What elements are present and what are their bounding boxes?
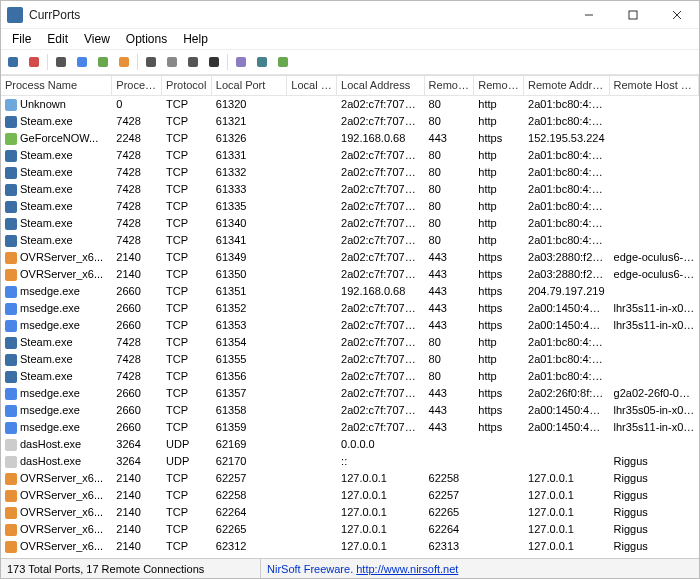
cell-rport: 443 [425, 402, 475, 419]
cell-name: OVRServer_x6... [1, 249, 112, 266]
cell-lport: 61326 [212, 130, 288, 147]
cell-rhost [610, 147, 699, 164]
cell-name: OVRServer_x6... [1, 266, 112, 283]
table-row[interactable]: Steam.exe7428TCP613412a02:c7f:707a:7...8… [1, 232, 699, 249]
process-icon [5, 490, 17, 502]
arrow-icon[interactable] [115, 53, 133, 71]
cell-lpn [287, 504, 337, 521]
cell-name: msedge.exe [1, 283, 112, 300]
maximize-button[interactable] [611, 1, 655, 29]
status-link[interactable]: http://www.nirsoft.net [356, 563, 458, 575]
table-row[interactable]: GeForceNOW...2248TCP61326192.168.0.68443… [1, 130, 699, 147]
cell-name: dasHost.exe [1, 453, 112, 470]
cell-pid: 7428 [112, 232, 162, 249]
table-row[interactable]: Steam.exe7428TCP613332a02:c7f:707a:7...8… [1, 181, 699, 198]
process-icon [5, 235, 17, 247]
table-row[interactable]: Steam.exe7428TCP613542a02:c7f:707a:7...8… [1, 334, 699, 351]
column-4[interactable]: Local Po... [287, 76, 337, 95]
table-row[interactable]: Steam.exe7428TCP613562a02:c7f:707a:7...8… [1, 368, 699, 385]
table-row[interactable]: Unknown0TCP613202a02:c7f:707a:7...80http… [1, 96, 699, 113]
column-9[interactable]: Remote Host Nam [610, 76, 699, 95]
cell-rhost [610, 198, 699, 215]
cell-pid: 7428 [112, 164, 162, 181]
close-button[interactable] [655, 1, 699, 29]
cell-rport: 443 [425, 130, 475, 147]
table-row[interactable]: msedge.exe2660TCP613592a02:c7f:707a:7...… [1, 419, 699, 436]
globe-green-icon[interactable] [94, 53, 112, 71]
table-row[interactable]: msedge.exe2660TCP613572a02:c7f:707a:7...… [1, 385, 699, 402]
column-7[interactable]: Remote ... [474, 76, 524, 95]
cell-rpn: https [474, 130, 524, 147]
menu-view[interactable]: View [77, 31, 117, 47]
titlebar[interactable]: CurrPorts [1, 1, 699, 29]
table-row[interactable]: OVRServer_x6...2140TCP62258127.0.0.16225… [1, 487, 699, 504]
table-row[interactable]: Steam.exe7428TCP613352a02:c7f:707a:7...8… [1, 198, 699, 215]
column-8[interactable]: Remote Address [524, 76, 610, 95]
table-row[interactable]: dasHost.exe3264UDP62170::Riggus [1, 453, 699, 470]
target-icon[interactable] [52, 53, 70, 71]
disk-icon[interactable] [4, 53, 22, 71]
copy-icon[interactable] [163, 53, 181, 71]
cell-lport: 62265 [212, 521, 288, 538]
minimize-button[interactable] [567, 1, 611, 29]
cell-lport: 61359 [212, 419, 288, 436]
column-5[interactable]: Local Address [337, 76, 424, 95]
column-6[interactable]: Remote ... [425, 76, 475, 95]
table-row[interactable]: dasHost.exe3264UDP621690.0.0.0 [1, 436, 699, 453]
table-row[interactable]: msedge.exe2660TCP613522a02:c7f:707a:7...… [1, 300, 699, 317]
cell-pid: 0 [112, 96, 162, 113]
menu-options[interactable]: Options [119, 31, 174, 47]
props-icon[interactable] [184, 53, 202, 71]
table-row[interactable]: OVRServer_x6...2140TCP62257127.0.0.16225… [1, 470, 699, 487]
table-row[interactable]: msedge.exe2660TCP61351192.168.0.68443htt… [1, 283, 699, 300]
menu-help[interactable]: Help [176, 31, 215, 47]
cell-lpn [287, 96, 337, 113]
funnel-icon[interactable] [142, 53, 160, 71]
table-row[interactable]: OVRServer_x6...2140TCP613502a02:c7f:707a… [1, 266, 699, 283]
table-row[interactable]: OVRServer_x6...2140TCP62264127.0.0.16226… [1, 504, 699, 521]
paint-icon[interactable] [232, 53, 250, 71]
cell-lpn [287, 215, 337, 232]
process-icon [5, 524, 17, 536]
column-2[interactable]: Protocol [162, 76, 212, 95]
cell-proto: TCP [162, 538, 212, 555]
status-left: 173 Total Ports, 17 Remote Connections [1, 559, 261, 578]
table-row[interactable]: OVRServer_x6...2140TCP62312127.0.0.16231… [1, 538, 699, 555]
menu-edit[interactable]: Edit [40, 31, 75, 47]
cell-name: Steam.exe [1, 147, 112, 164]
column-3[interactable]: Local Port [212, 76, 288, 95]
cell-rpn: https [474, 283, 524, 300]
cell-laddr: 2a02:c7f:707a:7... [337, 198, 424, 215]
process-name-text: dasHost.exe [20, 436, 81, 453]
table-row[interactable]: Steam.exe7428TCP613402a02:c7f:707a:7...8… [1, 215, 699, 232]
cell-pid: 3264 [112, 453, 162, 470]
cell-name: OVRServer_x6... [1, 487, 112, 504]
close-red-icon[interactable] [25, 53, 43, 71]
cell-rport: 62257 [425, 487, 475, 504]
cell-rpn: http [474, 198, 524, 215]
cell-name: Steam.exe [1, 164, 112, 181]
cell-rhost [610, 181, 699, 198]
globe-blue-icon[interactable] [73, 53, 91, 71]
table-row[interactable]: msedge.exe2660TCP613532a02:c7f:707a:7...… [1, 317, 699, 334]
table-row[interactable]: Steam.exe7428TCP613322a02:c7f:707a:7...8… [1, 164, 699, 181]
cell-rport: 80 [425, 334, 475, 351]
column-1[interactable]: Proces... [112, 76, 162, 95]
cell-lpn [287, 334, 337, 351]
column-0[interactable]: Process Name [1, 76, 112, 95]
table-row[interactable]: OVRServer_x6...2140TCP613492a02:c7f:707a… [1, 249, 699, 266]
binoculars-icon[interactable] [205, 53, 223, 71]
cell-lpn [287, 351, 337, 368]
table-row[interactable]: Steam.exe7428TCP613212a02:c7f:707a:7...8… [1, 113, 699, 130]
cell-proto: TCP [162, 351, 212, 368]
table-row[interactable]: msedge.exe2660TCP613582a02:c7f:707a:7...… [1, 402, 699, 419]
table-row[interactable]: Steam.exe7428TCP613312a02:c7f:707a:7...8… [1, 147, 699, 164]
menu-file[interactable]: File [5, 31, 38, 47]
table-row[interactable]: OVRServer_x6...2140TCP62265127.0.0.16226… [1, 521, 699, 538]
grid-body[interactable]: Unknown0TCP613202a02:c7f:707a:7...80http… [1, 96, 699, 558]
table-row[interactable]: Steam.exe7428TCP613552a02:c7f:707a:7...8… [1, 351, 699, 368]
exit-icon[interactable] [274, 53, 292, 71]
cell-raddr: 2a01:bc80:4:10... [524, 96, 610, 113]
refresh-icon[interactable] [253, 53, 271, 71]
cell-rpn [474, 521, 524, 538]
